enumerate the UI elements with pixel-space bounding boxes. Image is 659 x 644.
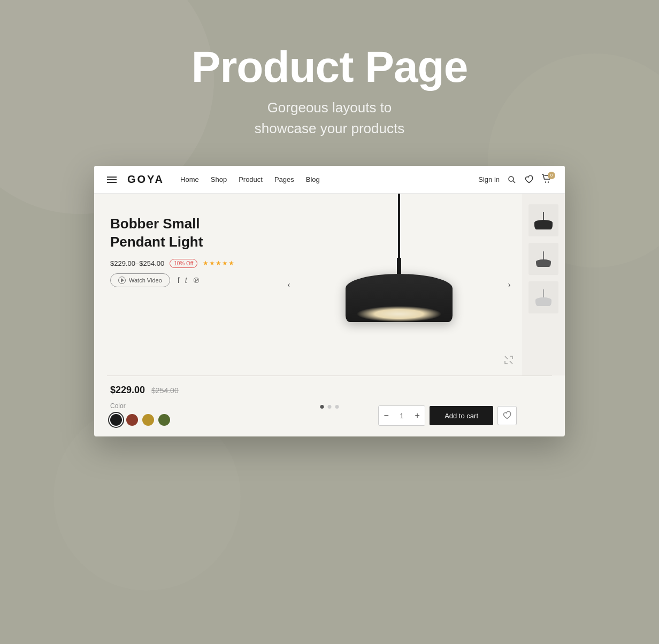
play-icon [118,277,126,284]
quantity-plus[interactable]: + [410,406,425,425]
dot-3[interactable] [335,405,339,409]
navbar: GOYA Home Shop Product Pages Blog Sign i… [94,166,565,194]
twitter-icon[interactable]: t [185,276,187,285]
dot-2[interactable] [328,405,332,409]
dot-1[interactable] [320,405,324,409]
product-info: Bobber Small Pendant Light $229.00–$254.… [94,194,276,375]
lamp-stem [397,258,401,274]
price-bottom: $229.00 $254.00 [110,385,179,396]
hamburger-menu[interactable] [107,177,117,183]
quantity-control: − 1 + [378,405,425,426]
svg-point-2 [545,181,546,182]
product-image-area: ‹ › [276,194,522,375]
quantity-minus[interactable]: − [379,406,394,425]
svg-line-1 [513,181,515,183]
carousel-right-arrow[interactable]: › [502,277,517,292]
signin-link[interactable]: Sign in [478,175,500,183]
nav-pages[interactable]: Pages [274,175,294,183]
product-image [330,194,469,375]
hero-subtitle: Gorgeous layouts to showcase your produc… [191,97,468,139]
quantity-value: 1 [394,406,410,425]
carousel-left-arrow[interactable]: ‹ [281,277,296,292]
add-to-cart-button[interactable]: Add to cart [430,406,493,425]
svg-point-3 [548,181,549,182]
star-rating: ★★★★★ [203,259,235,267]
product-page-mockup: GOYA Home Shop Product Pages Blog Sign i… [94,166,565,436]
wishlist-button[interactable] [497,406,517,425]
cart-icon-wrap[interactable]: 0 [541,174,552,186]
nav-shop[interactable]: Shop [211,175,227,183]
pinterest-icon[interactable]: ℗ [193,276,200,285]
hero-section: Product Page Gorgeous layouts to showcas… [191,0,468,166]
search-icon[interactable] [507,175,517,185]
play-triangle [121,278,124,282]
nav-home[interactable]: Home [180,175,199,183]
logo: GOYA [127,173,164,186]
discount-badge: 10% Off [170,259,197,268]
lamp-cord [398,194,400,258]
thumbnail-3[interactable] [528,281,558,313]
color-swatch-gold[interactable] [142,414,154,426]
cart-badge: 0 [548,172,555,179]
watch-video-row: Watch Video f t ℗ [110,273,260,287]
current-price: $229.00 [110,385,145,396]
expand-icon[interactable] [504,355,514,367]
color-swatch-black[interactable] [110,414,122,426]
color-swatch-redbrown[interactable] [126,414,138,426]
lamp-shade [346,274,453,322]
facebook-icon[interactable]: f [178,276,180,285]
carousel-dots-area [320,402,339,417]
color-swatches [110,414,179,426]
nav-actions: Sign in 0 [478,174,552,186]
nav-links: Home Shop Product Pages Blog [180,175,468,183]
svg-point-0 [509,177,514,181]
watch-video-button[interactable]: Watch Video [110,273,170,287]
social-icons: f t ℗ [178,276,200,285]
thumbnail-1[interactable] [528,204,558,236]
price-range: $229.00–$254.00 [110,259,164,267]
nav-product[interactable]: Product [239,175,263,183]
wishlist-icon[interactable] [524,175,534,185]
carousel-dots [320,405,339,409]
pricing-row: $229.00–$254.00 10% Off ★★★★★ [110,259,260,268]
cart-controls: − 1 + Add to cart [378,405,517,426]
original-price: $254.00 [151,386,179,395]
thumbnail-2[interactable] [528,243,558,275]
color-swatch-olive[interactable] [158,414,170,426]
hero-title: Product Page [191,43,468,91]
product-title: Bobber Small Pendant Light [110,215,260,251]
nav-blog[interactable]: Blog [306,175,320,183]
thumbnails-column [522,194,565,375]
product-bottom: $229.00 $254.00 Color − 1 [94,376,565,436]
color-label: Color [110,402,179,410]
product-content: Bobber Small Pendant Light $229.00–$254.… [94,194,565,375]
